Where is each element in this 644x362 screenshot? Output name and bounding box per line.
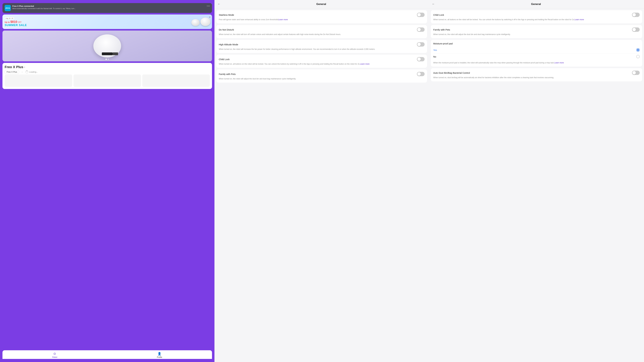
- child-lock-learn-more[interactable]: Learn more: [360, 63, 370, 65]
- device-info-card: Freo X Plus › Freo X Plus -- Loading...: [2, 63, 212, 89]
- right-setting-card-moisture-proof: Moisture-proof pad Yes No When the moist…: [431, 40, 642, 67]
- promo-price: $810: [10, 20, 17, 23]
- moisture-proof-no-label: No: [433, 55, 436, 58]
- auto-dust-toggle[interactable]: [632, 71, 640, 75]
- notification-title: Freo X Plus connected: [12, 5, 205, 7]
- device-loading-status: Loading...: [26, 71, 38, 73]
- setting-card-child-lock: Child Lock When turned on, all buttons o…: [216, 54, 427, 68]
- child-lock-row: Child Lock: [219, 57, 424, 61]
- do-not-disturb-toggle[interactable]: [417, 27, 424, 32]
- right-child-lock-learn-more[interactable]: Learn more: [574, 18, 584, 21]
- middle-header: ← General: [214, 0, 429, 8]
- device-hero: [2, 30, 212, 61]
- device-controls: Freo X Plus -- Loading...: [5, 70, 210, 74]
- device-model-badge: Freo X Plus: [5, 70, 19, 74]
- family-pets-desc: When turned on, the robot will adjust th…: [219, 77, 424, 80]
- moisture-proof-yes-option[interactable]: Yes: [433, 47, 640, 53]
- right-panel-title: General: [437, 2, 635, 6]
- right-child-lock-row: Child Lock: [433, 13, 640, 17]
- bottom-nav: ⊙ Robot 👤 Profile: [2, 350, 212, 359]
- stairless-row: Stairless Mode: [219, 13, 424, 17]
- right-settings-list: Child Lock When turned on, all buttons o…: [429, 8, 644, 362]
- notification-content: Freo X Plus connected Alexa automaticall…: [12, 5, 205, 9]
- device-tile-2[interactable]: [74, 74, 141, 87]
- promo-robot-small: [191, 19, 200, 26]
- device-separator: --: [22, 71, 23, 73]
- notification-subtitle: Alexa automatically connected it with th…: [12, 7, 205, 9]
- loading-spinner-icon: [26, 71, 28, 73]
- auto-dust-row: Auto Dust Bin/Bag Bacterial Control: [433, 71, 640, 75]
- promo-date-badge: Aug. 10 - 23: [5, 17, 14, 19]
- device-tile-1[interactable]: [5, 74, 72, 87]
- setting-card-do-not-disturb: Do Not Disturb When turned on, the robot…: [216, 25, 427, 38]
- stairless-toggle[interactable]: [417, 13, 424, 17]
- middle-settings-list: Stairless Mode Freo will ignore stairs a…: [214, 8, 429, 362]
- promo-off: OFF: [18, 21, 22, 23]
- moisture-proof-options: Yes No: [433, 47, 640, 60]
- device-chevron-icon: ›: [24, 66, 25, 68]
- do-not-disturb-desc: When turned on, the robot will turn off …: [219, 33, 424, 36]
- hero-robot-image: [93, 34, 121, 57]
- right-setting-card-auto-dust: Auto Dust Bin/Bag Bacterial Control When…: [431, 68, 642, 81]
- child-lock-toggle[interactable]: [417, 57, 424, 61]
- high-altitude-toggle[interactable]: [417, 42, 424, 46]
- right-child-lock-label: Child Lock: [433, 13, 444, 16]
- alexa-icon: alexa: [5, 5, 11, 11]
- moisture-proof-yes-radio[interactable]: [636, 48, 640, 52]
- notification-bar[interactable]: alexa Freo X Plus connected Alexa automa…: [2, 3, 212, 13]
- robot-nav-icon: ⊙: [54, 352, 56, 356]
- stairless-label: Stairless Mode: [219, 13, 234, 16]
- promo-robot-large: [200, 17, 210, 26]
- high-altitude-desc: When turned on, the robot will increase …: [219, 48, 424, 50]
- notification-time: now: [207, 5, 210, 7]
- family-pets-toggle[interactable]: [417, 72, 424, 76]
- high-altitude-row: High Altitude Mode: [219, 42, 424, 46]
- nav-item-profile[interactable]: 👤 Profile: [157, 352, 162, 358]
- auto-dust-label: Auto Dust Bin/Bag Bacterial Control: [433, 71, 470, 74]
- moisture-proof-desc: When the moisture-proof pad is installed…: [433, 61, 640, 64]
- family-pets-label: Family with Pets: [219, 73, 236, 75]
- promo-banner[interactable]: ✕ Aug. 10 - 23 Up to $810 OFF SUMMER SAL…: [2, 14, 212, 29]
- device-tiles: [5, 74, 210, 87]
- right-header: ← General: [429, 0, 644, 8]
- right-child-lock-desc: When turned on, all buttons on the robot…: [433, 18, 640, 21]
- right-family-pets-desc: When turned on, the robot will adjust th…: [433, 33, 640, 36]
- profile-nav-icon: 👤: [158, 352, 162, 356]
- carousel-dot-1[interactable]: [106, 59, 107, 60]
- right-back-button[interactable]: ←: [432, 2, 435, 6]
- moisture-proof-learn-more[interactable]: Learn more: [554, 62, 564, 64]
- middle-panel-title: General: [223, 2, 420, 6]
- right-family-pets-label: Family with Pets: [433, 28, 450, 31]
- setting-card-stairless: Stairless Mode Freo will ignore stairs a…: [216, 10, 427, 23]
- carousel-dot-2[interactable]: [108, 59, 109, 60]
- nav-item-robot[interactable]: ⊙ Robot: [52, 352, 57, 358]
- device-name[interactable]: Freo X Plus ›: [5, 65, 210, 69]
- right-family-pets-row: Family with Pets: [433, 27, 640, 32]
- middle-panel: ← General Stairless Mode Freo will ignor…: [214, 0, 429, 362]
- setting-card-family-pets: Family with Pets When turned on, the rob…: [216, 69, 427, 83]
- middle-back-button[interactable]: ←: [218, 2, 220, 6]
- child-lock-label: Child Lock: [219, 58, 230, 61]
- child-lock-desc: When turned on, all buttons on the robot…: [219, 63, 424, 65]
- left-panel: alexa Freo X Plus connected Alexa automa…: [0, 0, 214, 362]
- do-not-disturb-label: Do Not Disturb: [219, 28, 234, 31]
- moisture-proof-no-radio[interactable]: [636, 55, 640, 58]
- promo-label: SUMMER SALE: [5, 23, 210, 27]
- family-pets-row: Family with Pets: [219, 72, 424, 76]
- moisture-proof-no-option[interactable]: No: [433, 53, 640, 60]
- stairless-desc: Freo will ignore stairs and have enhance…: [219, 18, 424, 21]
- setting-card-high-altitude: High Altitude Mode When turned on, the r…: [216, 40, 427, 53]
- right-panel: ← General Child Lock When turned on, all…: [429, 0, 644, 362]
- stairless-learn-more[interactable]: Learn more: [278, 18, 288, 21]
- auto-dust-desc: When turned on, dust bin/bag will be aut…: [433, 76, 640, 79]
- moisture-proof-yes-label: Yes: [433, 49, 437, 51]
- right-setting-card-child-lock: Child Lock When turned on, all buttons o…: [431, 10, 642, 23]
- do-not-disturb-row: Do Not Disturb: [219, 27, 424, 32]
- carousel-dots: [106, 59, 109, 60]
- moisture-proof-header-row: Moisture-proof pad: [433, 42, 640, 45]
- right-family-pets-toggle[interactable]: [632, 27, 640, 32]
- high-altitude-label: High Altitude Mode: [219, 43, 238, 46]
- device-tile-3[interactable]: [142, 74, 210, 87]
- right-child-lock-toggle[interactable]: [632, 13, 640, 17]
- moisture-proof-label: Moisture-proof pad: [433, 42, 453, 45]
